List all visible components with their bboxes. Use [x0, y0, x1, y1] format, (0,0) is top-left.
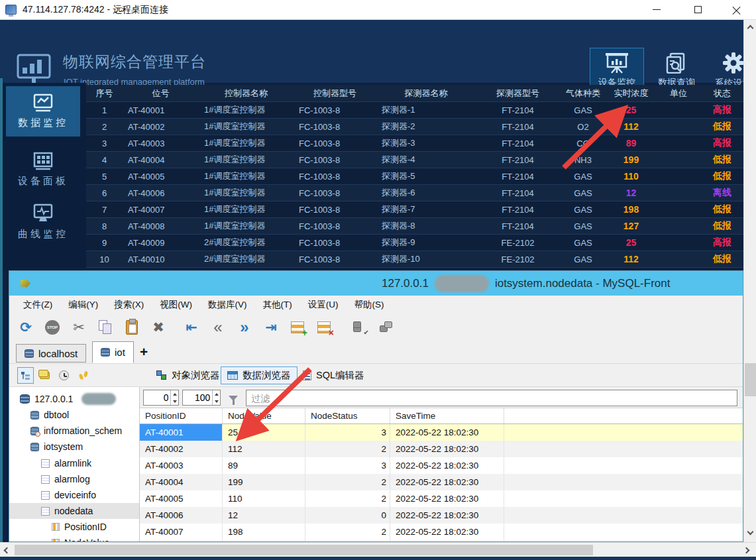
prev-record-icon[interactable]: «: [209, 319, 227, 336]
next-record-icon[interactable]: »: [236, 319, 253, 336]
grid-cell-positionid[interactable]: AT-40005: [140, 490, 223, 507]
grid-cell-nodevalue[interactable]: 89: [223, 457, 305, 474]
history-button[interactable]: [56, 367, 72, 384]
table-row[interactable]: 1AT-400011#调度室控制器FC-1003-8探测器-1FT-2104GA…: [86, 102, 743, 119]
horizontal-scroll-thumb[interactable]: [15, 545, 593, 555]
new-tab-button[interactable]: +: [140, 344, 148, 360]
minimize-button[interactable]: [643, 0, 670, 19]
delete-row-icon[interactable]: ×: [315, 319, 333, 336]
grid-cell-nodevalue[interactable]: 112: [223, 441, 305, 457]
tree-item-iotsystem[interactable]: iotsystem: [9, 439, 140, 455]
scroll-right-button[interactable]: [741, 545, 751, 555]
refresh-icon[interactable]: ⟳: [17, 319, 34, 336]
tab-localhost[interactable]: localhost: [16, 344, 86, 363]
spin-down-icon[interactable]: [171, 398, 178, 405]
cancel-changes-icon[interactable]: [378, 319, 395, 336]
table-row[interactable]: 9AT-400092#调度室控制器FC-1003-8探测器-9FE-2102GA…: [86, 235, 743, 251]
spin-down-icon[interactable]: [213, 398, 220, 405]
tab-data-browser[interactable]: 数据浏览器: [221, 366, 297, 384]
tree-item-positionid[interactable]: PositionID: [9, 519, 140, 535]
first-record-icon[interactable]: ⇤: [183, 319, 200, 336]
grid-cell-positionid[interactable]: AT-40007: [140, 524, 223, 540]
grid-row[interactable]: AT-400061202022-05-22 18:02:30: [140, 507, 743, 524]
grid-cell-positionid[interactable]: AT-40002: [140, 441, 223, 457]
tab-object-browser[interactable]: 对象浏览器: [150, 366, 226, 384]
grid-cell-savetime[interactable]: 2022-05-22 18:02:30: [390, 441, 504, 457]
sidebar-item-data-monitor[interactable]: 数据监控: [6, 86, 80, 137]
limit-input[interactable]: [183, 390, 212, 405]
tree-view-button[interactable]: [17, 367, 34, 384]
menu-database[interactable]: 数据库(V): [201, 297, 254, 313]
post-changes-icon[interactable]: ✔: [351, 319, 368, 336]
scroll-down-button[interactable]: [745, 526, 756, 537]
grid-cell-savetime[interactable]: 2022-05-22 18:02:30: [390, 490, 504, 507]
tree-item-server[interactable]: 127.0.0.1: [9, 391, 140, 407]
grid-row[interactable]: AT-400038932022-05-22 18:02:30: [140, 457, 743, 474]
grid-cell-nodestatus[interactable]: 2: [305, 490, 390, 507]
grid-cell-nodevalue[interactable]: 198: [223, 524, 305, 540]
grid-col-header[interactable]: NodeValue: [223, 408, 305, 423]
grid-cell-nodestatus[interactable]: 0: [305, 507, 390, 524]
last-record-icon[interactable]: ⇥: [262, 319, 280, 336]
filter-input[interactable]: [246, 390, 737, 406]
grid-cell-positionid[interactable]: AT-40003: [140, 457, 223, 474]
tree-item-alarmlog[interactable]: alarmlog: [9, 471, 140, 487]
tab-iot[interactable]: iot: [92, 341, 134, 363]
grid-cell-savetime[interactable]: 2022-05-22 18:02:30: [390, 457, 504, 474]
delete-icon[interactable]: ✖: [150, 319, 167, 336]
close-button[interactable]: [723, 0, 749, 19]
cut-icon[interactable]: ✂: [70, 319, 87, 336]
stop-icon[interactable]: STOP: [44, 319, 61, 336]
tab-sql-editor[interactable]: SQL编辑器: [297, 366, 370, 384]
tree-item-information-schema[interactable]: information_schem: [9, 423, 140, 439]
copy-icon[interactable]: [97, 319, 114, 336]
grid-cell-savetime[interactable]: 2022-05-22 18:02:30: [390, 424, 504, 441]
grid-row[interactable]: AT-4000211222022-05-22 18:02:30: [140, 441, 743, 457]
limit-spinner[interactable]: [182, 390, 221, 406]
offset-spinner[interactable]: [143, 390, 179, 406]
insert-row-icon[interactable]: +: [289, 319, 306, 336]
mysql-titlebar[interactable]: 127.0.0.1 iotsystem.nodedata - MySQL-Fro…: [9, 271, 743, 296]
table-row[interactable]: 6AT-400061#调度室控制器FC-1003-8探测器-6FT-2104GA…: [86, 185, 743, 201]
table-row[interactable]: 8AT-400081#调度室控制器FC-1003-8探测器-8FT-2104GA…: [86, 218, 743, 235]
tree-item-nodedata[interactable]: nodedata: [9, 503, 140, 519]
grid-cell-positionid[interactable]: AT-40004: [140, 474, 223, 490]
tree-item-dbtool[interactable]: dbtool: [9, 407, 140, 423]
bookmarks-button[interactable]: [75, 367, 91, 384]
grid-row[interactable]: AT-4000419922022-05-22 18:02:30: [140, 474, 743, 490]
grid-col-header[interactable]: SaveTime: [390, 408, 504, 423]
filter-button[interactable]: [224, 390, 243, 406]
grid-cell-nodevalue[interactable]: 110: [223, 490, 305, 507]
menu-view[interactable]: 视图(W): [152, 297, 199, 313]
menu-search[interactable]: 搜索(X): [107, 297, 151, 313]
spin-up-icon[interactable]: [213, 390, 220, 398]
menu-help[interactable]: 帮助(S): [347, 297, 391, 313]
tree-item-alarmlink[interactable]: alarmlink: [9, 455, 140, 471]
scroll-left-button[interactable]: [1, 545, 12, 555]
grid-cell-nodevalue[interactable]: 25: [223, 424, 305, 441]
table-row[interactable]: 7AT-400071#调度室控制器FC-1003-8探测器-7FT-2104GA…: [86, 201, 743, 218]
tree-item-deviceinfo[interactable]: deviceinfo: [9, 487, 140, 503]
grid-row[interactable]: AT-400012532022-05-22 18:02:30: [140, 424, 743, 441]
offset-input[interactable]: [144, 390, 170, 405]
scroll-up-button[interactable]: [745, 23, 756, 33]
vertical-scroll-thumb[interactable]: [745, 363, 756, 396]
grid-cell-positionid[interactable]: AT-40006: [140, 507, 223, 524]
sidebar-item-curve-monitor[interactable]: 曲线监控: [6, 197, 80, 247]
grid-cell-nodevalue[interactable]: 199: [223, 474, 305, 490]
grid-cell-positionid[interactable]: AT-40001: [140, 424, 223, 441]
grid-cell-savetime[interactable]: 2022-05-22 18:02:30: [390, 474, 504, 490]
menu-settings[interactable]: 设置(U): [301, 297, 346, 313]
grid-cell-nodevalue[interactable]: 12: [223, 507, 305, 524]
grid-cell-nodestatus[interactable]: 3: [305, 457, 390, 474]
table-row[interactable]: 4AT-400041#调度室控制器FC-1003-8探测器-4FT-2104NH…: [86, 152, 743, 168]
table-row[interactable]: 3AT-400031#调度室控制器FC-1003-8探测器-3FT-2104CO…: [86, 135, 743, 152]
grid-cell-nodestatus[interactable]: 2: [305, 524, 390, 540]
paste-icon[interactable]: [123, 319, 140, 336]
spin-up-icon[interactable]: [171, 390, 178, 398]
grid-col-header[interactable]: NodeStatus: [305, 408, 390, 423]
sidebar-item-device-panel[interactable]: 设备面板: [6, 144, 80, 195]
tree-item-nodevalue[interactable]: NodeValue: [9, 535, 140, 541]
grid-cell-nodestatus[interactable]: 2: [305, 474, 390, 490]
grid-cell-savetime[interactable]: 2022-05-22 18:02:30: [390, 524, 504, 540]
